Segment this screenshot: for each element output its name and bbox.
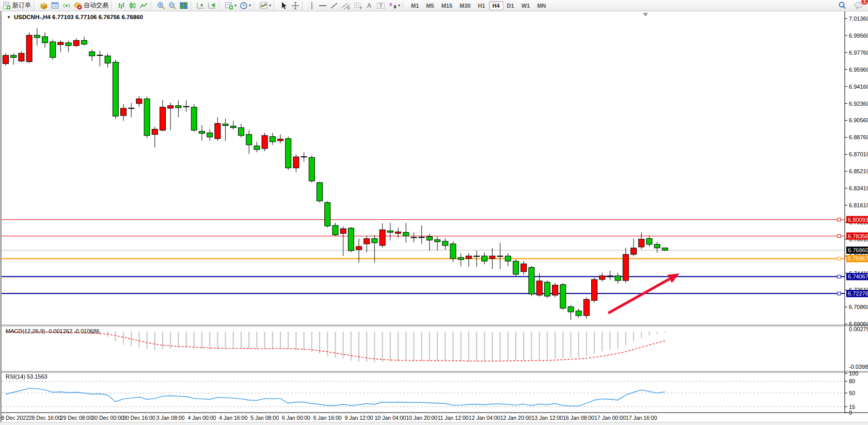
tile-windows-icon <box>180 2 188 10</box>
line-handle[interactable] <box>838 218 841 221</box>
toolbar-separator <box>219 1 223 10</box>
notifications-button[interactable]: 1 <box>853 1 865 11</box>
zoom-out-icon <box>168 2 177 10</box>
trendline-button[interactable] <box>328 1 340 11</box>
timeframe-h1[interactable]: H1 <box>474 1 488 10</box>
candle <box>317 182 323 203</box>
timeframe-h4[interactable]: H4 <box>489 1 503 10</box>
chart-shift-button[interactable] <box>207 1 218 11</box>
zoom-in-button[interactable] <box>155 1 167 11</box>
chart-window[interactable]: MACD(12,26,9) -0.001262 -0.010686RSI(14)… <box>0 11 868 425</box>
time-axis-label: 11 Jan 12:00 <box>437 415 468 421</box>
rsi-axis-label: 80 <box>849 378 855 384</box>
auto-scroll-button[interactable] <box>195 1 207 11</box>
text-icon: A <box>366 2 373 10</box>
svg-text:F: F <box>360 6 362 10</box>
macd-axis-label: -0.03986 <box>849 364 868 370</box>
price-axis-label: 6.85210 <box>849 168 868 174</box>
candle <box>26 32 32 63</box>
tile-windows-button[interactable] <box>178 1 190 11</box>
macd-axis-label: 0.002799 <box>849 326 868 332</box>
indicators-button[interactable]: ▾ <box>258 1 273 11</box>
toolbar-separator <box>302 1 306 10</box>
cursor-icon <box>280 2 288 10</box>
crosshair-button[interactable] <box>290 1 301 11</box>
periods-button[interactable]: ▾ <box>238 1 252 11</box>
arrows-button[interactable]: ▾ <box>387 1 402 11</box>
price-axis-label: 6.88760 <box>849 134 868 140</box>
price-axis-label: 6.99560 <box>849 32 868 39</box>
bar-chart-button[interactable] <box>116 1 127 11</box>
data-window-button[interactable] <box>50 1 61 11</box>
candlestick-chart-button[interactable] <box>127 1 138 11</box>
candle <box>513 259 519 276</box>
crosshair-icon <box>291 2 299 10</box>
auto-scroll-icon <box>197 2 205 10</box>
search-button[interactable] <box>836 1 848 11</box>
candle <box>592 277 597 303</box>
indicators-icon <box>260 2 268 10</box>
horizontal-line-button[interactable] <box>317 1 328 11</box>
line-handle[interactable] <box>838 235 841 238</box>
timeframe-m30[interactable]: M30 <box>456 1 474 10</box>
data-window-icon <box>51 2 59 10</box>
candle <box>144 97 150 138</box>
time-axis-label: 10 Jan 04:00 <box>374 415 406 421</box>
new-order-icon <box>3 2 11 10</box>
fibonacci-button[interactable]: F <box>352 1 365 11</box>
line-handle[interactable] <box>838 292 841 295</box>
timeframe-m5[interactable]: M5 <box>422 1 437 10</box>
equidistant-channel-icon: E <box>341 2 351 10</box>
zoom-in-icon <box>157 2 165 10</box>
navigator-button[interactable] <box>61 1 72 11</box>
toolbar-separator <box>191 1 194 10</box>
new-order-label: 新订单 <box>12 1 31 10</box>
svg-text:T: T <box>380 3 383 8</box>
toolbar: 新订单 自动交易 ▾ ▾ ▾ E F A T <box>0 0 868 11</box>
chart-menu-arrow: ▼ <box>7 15 11 20</box>
price-badge-value: 6.72276 <box>848 290 868 297</box>
periods-clock-icon <box>240 2 248 10</box>
price-axis-label: 6.94160 <box>849 84 868 90</box>
price-axis-label: 6.83410 <box>849 185 868 191</box>
time-axis-label: 30 Dec 16:00 <box>123 415 155 421</box>
zoom-out-button[interactable] <box>167 1 178 11</box>
price-chart[interactable]: MACD(12,26,9) -0.001262 -0.010686RSI(14)… <box>2 11 868 425</box>
candle <box>309 155 314 183</box>
svg-text:E: E <box>348 6 350 10</box>
timeframe-w1[interactable]: W1 <box>518 1 534 10</box>
candle <box>191 104 197 132</box>
time-axis-label: 12 Jan 04:00 <box>469 415 500 421</box>
line-chart-icon <box>140 2 148 10</box>
candle <box>262 133 267 152</box>
new-order-button[interactable]: 新订单 <box>1 1 33 11</box>
equidistant-channel-button[interactable]: E <box>340 1 352 11</box>
autotrading-button[interactable]: 自动交易 <box>72 1 110 11</box>
rsi-axis-label: 100 <box>849 370 858 377</box>
timeframe-m15[interactable]: M15 <box>438 1 456 10</box>
timeframe-m1[interactable]: M1 <box>407 1 422 10</box>
price-axis-label: 6.97760 <box>849 50 868 56</box>
market-watch-button[interactable] <box>38 1 50 11</box>
candle <box>348 227 354 252</box>
line-handle[interactable] <box>838 275 841 278</box>
cursor-button[interactable] <box>278 1 290 11</box>
time-axis-label: 6 Jan 16:00 <box>313 415 342 421</box>
time-axis-label: 5 Jan 08:00 <box>250 415 279 421</box>
candle <box>325 201 330 228</box>
timeframe-mn[interactable]: MN <box>533 1 549 10</box>
vertical-line-button[interactable] <box>307 1 317 11</box>
toolbar-separator <box>403 1 406 10</box>
price-axis-label: 6.95960 <box>849 67 868 73</box>
new-chart-button[interactable]: ▾ <box>224 1 238 11</box>
line-handle[interactable] <box>838 257 841 260</box>
arrows-icon <box>389 2 397 10</box>
mt4-application: 新订单 自动交易 ▾ ▾ ▾ E F A T <box>0 0 868 425</box>
time-axis-label: 13 Jan 12:00 <box>531 415 563 421</box>
timeframe-d1[interactable]: D1 <box>503 1 518 10</box>
line-chart-button[interactable] <box>138 1 150 11</box>
text-button[interactable]: A <box>365 1 375 11</box>
market-watch-icon <box>40 2 48 10</box>
text-label-button[interactable]: T <box>375 1 387 11</box>
fibonacci-icon: F <box>354 2 363 10</box>
